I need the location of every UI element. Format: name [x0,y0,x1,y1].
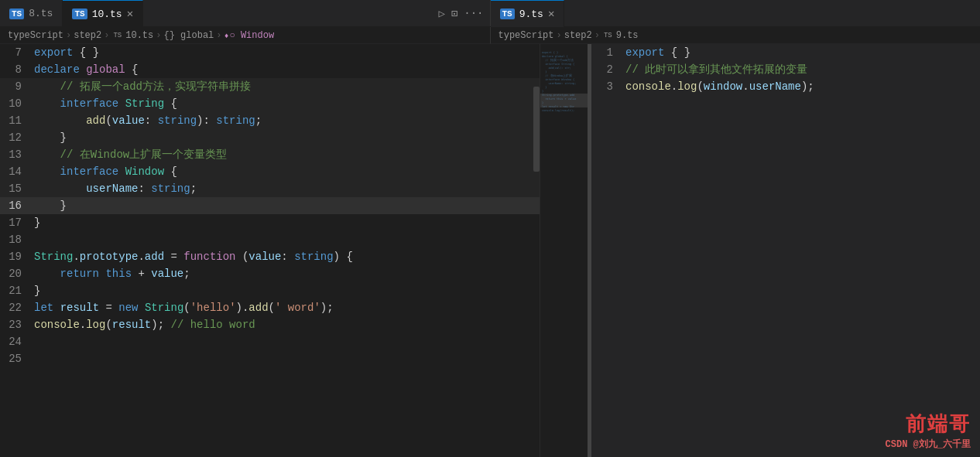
table-row: 16 } [0,197,588,214]
table-row: 24 [0,333,588,350]
table-row: 11 add(value: string): string; [0,112,588,129]
table-row: 13 // 在Window上扩展一个变量类型 [0,146,588,163]
right-code-editor[interactable]: 1 export { } 2 // 此时可以拿到其他文件拓展的变量 3 cons… [591,44,980,457]
breadcrumb-r-ts-icon: TS [602,32,614,39]
close-tab-9ts-icon[interactable]: ✕ [548,9,554,19]
watermark-main: 前端哥 [906,411,971,438]
table-row: 23 console.log(result); // hello word [0,316,588,333]
breadcrumb-ts-icon: TS [111,32,123,39]
breadcrumb-r-typescript[interactable]: typeScript [499,30,554,41]
left-code-editor[interactable]: 7 export { } 8 declare global { 9 // 拓展一… [0,44,588,457]
breadcrumb-global[interactable]: {} global [163,30,214,41]
breadcrumb-r-sep2: › [595,30,600,41]
table-row: 9 // 拓展一个add方法，实现字符串拼接 [0,78,588,95]
table-row: 15 userName: string; [0,180,588,197]
ts-icon-8: TS [9,9,24,19]
breadcrumb-window[interactable]: ⬧○ Window [224,30,274,41]
table-row: 2 // 此时可以拿到其他文件拓展的变量 [591,61,980,78]
tab-label-9ts: 9.ts [519,9,543,20]
watermark-sub: CSDN @刘九_六千里 [886,438,971,451]
tab-10ts[interactable]: TS 10.ts ✕ [63,0,143,27]
table-row: 18 [0,231,588,248]
more-actions-icon[interactable]: ··· [464,7,483,19]
breadcrumb-r-sep1: › [557,30,562,41]
close-tab-10ts-icon[interactable]: ✕ [127,9,133,19]
editor-actions: ▷ ⊡ ··· [432,0,489,26]
table-row: 25 [0,350,588,367]
tab-label-10ts: 10.ts [92,9,122,20]
split-editor-icon[interactable]: ⊡ [451,7,457,20]
table-row: 17 } [0,214,588,231]
tab-9ts[interactable]: TS 9.ts ✕ [491,0,565,27]
breadcrumb-step2[interactable]: step2 [74,30,101,41]
watermark: 前端哥 CSDN @刘九_六千里 [886,411,971,451]
breadcrumb-sep4: › [216,30,221,41]
tab-label-8ts: 8.ts [29,8,53,19]
table-row: 1 export { } [591,44,980,61]
breadcrumb-10ts[interactable]: 10.ts [125,30,153,41]
table-row: 14 interface Window { [0,163,588,180]
breadcrumb-sep2: › [104,30,109,41]
breadcrumb-r-step2[interactable]: step2 [564,30,592,41]
table-row: 21 } [0,282,588,299]
breadcrumb-typescript[interactable]: typeScript [8,30,63,41]
table-row: 22 let result = new String('hello').add(… [0,299,588,316]
table-row: 12 } [0,129,588,146]
table-row: 19 String.prototype.add = function (valu… [0,248,588,265]
table-row: 7 export { } [0,44,588,61]
ts-icon-10: TS [72,9,87,19]
breadcrumb-sep1: › [66,30,71,41]
table-row: 3 console.log(window.userName); [591,78,980,95]
ts-icon-9: TS [500,9,515,19]
table-row: 8 declare global { [0,61,588,78]
run-icon[interactable]: ▷ [438,7,444,20]
breadcrumb-r-9ts[interactable]: 9.ts [616,30,639,41]
table-row: 20 return this + value; [0,265,588,282]
tab-8ts[interactable]: TS 8.ts [0,0,63,27]
breadcrumb-sep3: › [156,30,161,41]
table-row: 10 interface String { [0,95,588,112]
